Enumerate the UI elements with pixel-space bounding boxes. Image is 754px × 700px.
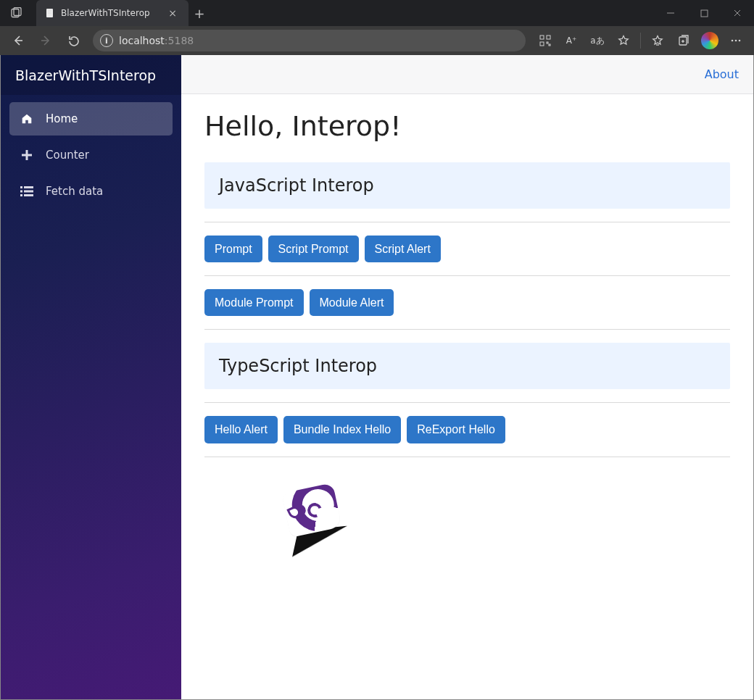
svg-rect-29	[24, 191, 33, 193]
ts-button-row-1: Hello Alert Bundle Index Hello ReExport …	[204, 416, 730, 443]
tab-actions-icon[interactable]	[6, 3, 26, 23]
divider	[204, 329, 730, 330]
back-button[interactable]	[6, 29, 30, 52]
svg-rect-15	[547, 42, 548, 43]
svg-rect-4	[48, 12, 51, 12]
tab-title: BlazerWithTSInterop	[61, 8, 150, 18]
sidebar: BlazerWithTSInterop Home Counter Fetch d…	[1, 55, 181, 699]
svg-rect-27	[24, 186, 33, 188]
hello-alert-button[interactable]: Hello Alert	[204, 416, 278, 443]
app-viewport: BlazerWithTSInterop Home Counter Fetch d…	[0, 55, 754, 700]
browser-tab[interactable]: BlazerWithTSInterop ×	[36, 0, 188, 26]
svg-rect-3	[48, 10, 51, 11]
svg-rect-13	[547, 36, 550, 39]
svg-point-21	[732, 40, 734, 42]
module-prompt-button[interactable]: Module Prompt	[204, 289, 304, 316]
sidebar-item-label: Home	[46, 112, 78, 125]
prompt-button[interactable]: Prompt	[204, 236, 262, 262]
divider	[204, 402, 730, 403]
main-area: About Hello, Interop! JavaScript Interop…	[181, 55, 753, 699]
url-port: :5188	[165, 35, 194, 46]
app-brand: BlazerWithTSInterop	[1, 55, 181, 95]
page-icon	[45, 8, 55, 18]
svg-point-23	[739, 40, 741, 42]
svg-rect-25	[22, 154, 32, 157]
sidebar-item-home[interactable]: Home	[9, 102, 173, 136]
module-alert-button[interactable]: Module Alert	[310, 289, 394, 316]
svg-rect-30	[20, 194, 22, 196]
url-text: localhost:5188	[119, 35, 194, 46]
svg-rect-31	[24, 194, 33, 196]
refresh-button[interactable]	[61, 29, 86, 52]
sidebar-item-label: Counter	[46, 149, 89, 162]
window-titlebar: BlazerWithTSInterop × +	[0, 0, 754, 26]
page-content: Hello, Interop! JavaScript Interop Promp…	[181, 94, 753, 589]
svg-rect-7	[701, 10, 708, 17]
site-info-icon[interactable]: i	[100, 34, 113, 47]
maximize-button[interactable]	[687, 0, 721, 26]
divider	[204, 275, 730, 276]
svg-point-22	[735, 40, 737, 42]
home-icon	[20, 112, 34, 126]
section-heading-js: JavaScript Interop	[204, 162, 730, 209]
divider	[204, 222, 730, 222]
more-menu-icon[interactable]	[724, 29, 748, 52]
script-alert-button[interactable]: Script Alert	[365, 236, 441, 262]
bundle-index-hello-button[interactable]: Bundle Index Hello	[283, 416, 401, 443]
forward-button[interactable]	[33, 29, 58, 52]
browser-toolbar: i localhost:5188 A⁺ aあ	[0, 26, 754, 55]
favorites-icon[interactable]	[645, 29, 670, 52]
minimize-button[interactable]	[654, 0, 687, 26]
url-host: localhost	[119, 35, 165, 46]
sidebar-item-counter[interactable]: Counter	[9, 138, 173, 172]
about-link[interactable]: About	[705, 67, 739, 81]
top-bar: About	[181, 55, 753, 94]
window-controls	[654, 0, 754, 26]
divider	[204, 457, 730, 457]
js-button-row-2: Module Prompt Module Alert	[204, 289, 730, 316]
collections-icon[interactable]	[671, 29, 696, 52]
svg-rect-28	[20, 191, 22, 193]
reexport-hello-button[interactable]: ReExport Hello	[407, 416, 505, 443]
svg-rect-12	[540, 36, 544, 39]
plus-icon	[20, 148, 34, 162]
close-tab-button[interactable]: ×	[165, 7, 180, 19]
sidebar-nav: Home Counter Fetch data	[1, 95, 181, 215]
close-window-button[interactable]	[721, 0, 754, 26]
script-prompt-button[interactable]: Script Prompt	[268, 236, 359, 262]
sidebar-item-fetch-data[interactable]: Fetch data	[9, 175, 173, 208]
svg-rect-5	[48, 13, 51, 14]
js-button-row-1: Prompt Script Prompt Script Alert	[204, 236, 730, 262]
sidebar-item-label: Fetch data	[46, 185, 103, 198]
list-icon	[20, 184, 34, 199]
qr-icon[interactable]	[533, 29, 558, 52]
separator	[640, 33, 641, 49]
svg-rect-16	[549, 44, 550, 46]
favorite-star-icon[interactable]	[611, 29, 636, 52]
section-heading-ts: TypeScript Interop	[204, 343, 730, 389]
svg-rect-14	[540, 42, 544, 46]
new-tab-button[interactable]: +	[188, 0, 210, 26]
svg-rect-26	[20, 186, 22, 188]
address-bar[interactable]: i localhost:5188	[93, 30, 526, 51]
profile-avatar[interactable]	[697, 29, 722, 52]
page-title: Hello, Interop!	[204, 110, 730, 142]
read-aloud-icon[interactable]: A⁺	[559, 29, 584, 52]
blazor-logo	[277, 486, 357, 566]
translate-icon[interactable]: aあ	[585, 29, 610, 52]
